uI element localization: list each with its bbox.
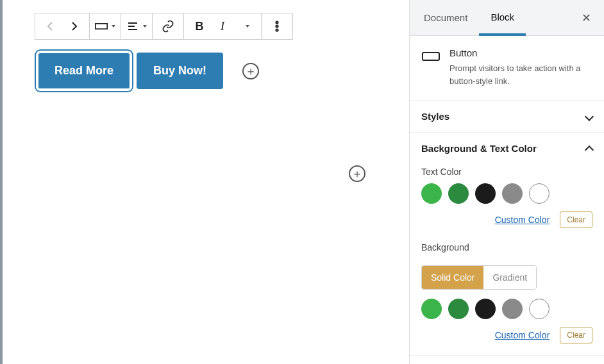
settings-sidebar: Document Block ✕ Button Prompt visitors … xyxy=(409,0,604,364)
swatch-green[interactable] xyxy=(421,299,442,319)
swatch-black[interactable] xyxy=(475,183,496,204)
panel-styles: Styles xyxy=(410,101,604,133)
link-button[interactable] xyxy=(156,15,180,38)
gradient-tab[interactable]: Gradient xyxy=(483,266,536,289)
text-custom-color-link[interactable]: Custom Color xyxy=(495,215,550,225)
block-more-menu[interactable] xyxy=(265,15,289,38)
chevron-down-icon xyxy=(585,112,594,120)
tab-label: Document xyxy=(424,12,467,23)
swatch-dark-green[interactable] xyxy=(448,299,469,319)
tab-document[interactable]: Document xyxy=(412,0,479,35)
italic-button[interactable]: I xyxy=(211,15,234,38)
swatch-gray[interactable] xyxy=(502,299,523,319)
button-buy-now[interactable]: Buy Now! xyxy=(137,53,223,89)
tab-block[interactable]: Block xyxy=(479,1,526,36)
move-right-button[interactable] xyxy=(62,15,85,38)
swatch-black[interactable] xyxy=(475,299,496,319)
width-dropdown[interactable] xyxy=(94,15,117,38)
align-dropdown[interactable] xyxy=(125,15,148,38)
svg-point-4 xyxy=(276,21,278,23)
sidebar-tabs: Document Block ✕ xyxy=(410,0,604,36)
move-left-button xyxy=(39,15,62,38)
svg-rect-0 xyxy=(96,24,107,29)
swatch-green[interactable] xyxy=(421,183,442,204)
panel-title: Styles xyxy=(421,111,449,122)
block-toolbar: B I xyxy=(35,13,293,40)
buttons-block[interactable]: Read More Buy Now! ＋ xyxy=(38,53,383,89)
close-sidebar[interactable]: ✕ xyxy=(571,11,601,25)
svg-point-5 xyxy=(276,25,278,27)
background-type-segmented: Solid Color Gradient xyxy=(421,265,537,290)
panel-bg-text-color: Background & Text Color Text Color Custo… xyxy=(410,133,604,356)
tab-label: Block xyxy=(491,12,514,22)
bg-color-swatches xyxy=(421,299,592,319)
chevron-up-icon xyxy=(585,145,594,154)
bg-custom-color-link[interactable]: Custom Color xyxy=(495,330,550,340)
text-color-label: Text Color xyxy=(421,167,592,177)
panel-title: Background & Text Color xyxy=(421,143,537,154)
button-block-icon xyxy=(421,49,440,64)
panel-bgcolor-toggle[interactable]: Background & Text Color xyxy=(410,133,604,164)
background-label: Background xyxy=(421,242,592,252)
swatch-dark-green[interactable] xyxy=(448,183,469,204)
inline-inserter[interactable]: ＋ xyxy=(242,63,259,79)
button-text: Buy Now! xyxy=(153,64,206,77)
more-text-dropdown[interactable] xyxy=(234,15,257,38)
swatch-gray[interactable] xyxy=(502,183,523,204)
text-color-clear[interactable]: Clear xyxy=(560,211,592,228)
swatch-white[interactable] xyxy=(529,299,549,319)
block-card-title: Button xyxy=(449,47,592,58)
svg-point-6 xyxy=(276,29,278,31)
text-color-swatches xyxy=(421,183,592,204)
block-card-desc: Prompt visitors to take action with a bu… xyxy=(449,62,592,87)
solid-color-tab[interactable]: Solid Color xyxy=(422,266,483,289)
swatch-white[interactable] xyxy=(529,183,549,204)
block-inserter[interactable]: ＋ xyxy=(349,165,365,182)
button-text: Read More xyxy=(55,64,113,77)
panel-styles-toggle[interactable]: Styles xyxy=(410,101,604,132)
bg-color-clear[interactable]: Clear xyxy=(560,327,592,343)
editor-canvas[interactable]: B I Read More Buy Now! ＋ ＋ xyxy=(0,0,409,364)
svg-rect-7 xyxy=(423,53,439,60)
button-read-more[interactable]: Read More xyxy=(38,53,130,89)
block-card: Button Prompt visitors to take action wi… xyxy=(410,36,604,101)
bold-button[interactable]: B xyxy=(188,15,211,38)
